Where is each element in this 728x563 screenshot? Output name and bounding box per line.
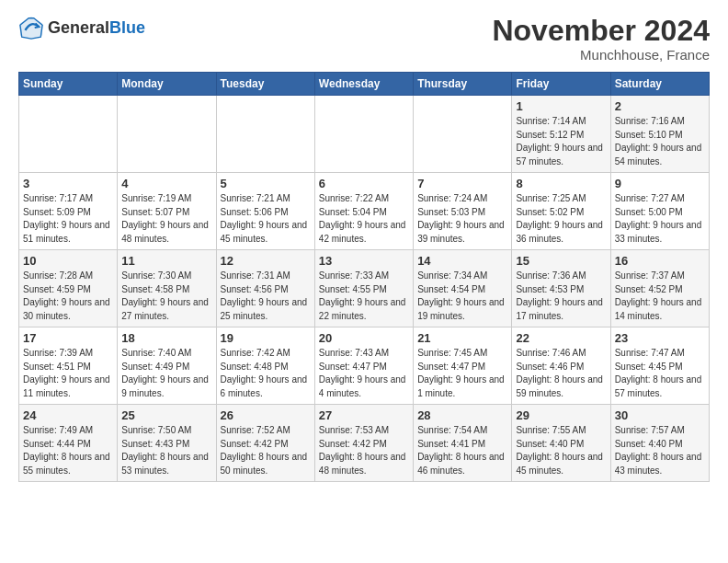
day-number: 26 (221, 408, 311, 422)
day-info: Sunrise: 7:54 AM Sunset: 4:41 PM Dayligh… (417, 424, 507, 477)
header-thursday: Thursday (414, 73, 512, 96)
cell-1-0: 3Sunrise: 7:17 AM Sunset: 5:09 PM Daylig… (19, 173, 118, 250)
day-number: 1 (516, 99, 606, 113)
cell-2-4: 14Sunrise: 7:34 AM Sunset: 4:54 PM Dayli… (414, 250, 512, 327)
day-info: Sunrise: 7:25 AM Sunset: 5:02 PM Dayligh… (516, 192, 606, 246)
day-number: 20 (319, 331, 409, 345)
day-info: Sunrise: 7:55 AM Sunset: 4:40 PM Dayligh… (516, 424, 606, 477)
title-area: November 2024 Munchhouse, France (492, 15, 710, 63)
day-number: 3 (23, 177, 113, 190)
week-row-3: 17Sunrise: 7:39 AM Sunset: 4:51 PM Dayli… (19, 327, 710, 405)
cell-4-2: 26Sunrise: 7:52 AM Sunset: 4:42 PM Dayli… (216, 405, 314, 482)
cell-1-4: 7Sunrise: 7:24 AM Sunset: 5:03 PM Daylig… (414, 173, 512, 250)
cell-0-4 (414, 96, 512, 173)
cell-3-0: 17Sunrise: 7:39 AM Sunset: 4:51 PM Dayli… (19, 327, 118, 405)
cell-2-5: 15Sunrise: 7:36 AM Sunset: 4:53 PM Dayli… (512, 250, 610, 327)
day-info: Sunrise: 7:30 AM Sunset: 4:58 PM Dayligh… (121, 270, 211, 323)
cell-2-2: 12Sunrise: 7:31 AM Sunset: 4:56 PM Dayli… (216, 250, 314, 327)
day-info: Sunrise: 7:19 AM Sunset: 5:07 PM Dayligh… (121, 192, 211, 246)
main-title: November 2024 (492, 15, 710, 47)
cell-3-2: 19Sunrise: 7:42 AM Sunset: 4:48 PM Dayli… (216, 327, 314, 405)
day-number: 30 (615, 408, 705, 422)
day-number: 5 (221, 177, 311, 190)
logo-text: General Blue (48, 19, 145, 36)
cell-1-5: 8Sunrise: 7:25 AM Sunset: 5:02 PM Daylig… (512, 173, 610, 250)
week-row-4: 24Sunrise: 7:49 AM Sunset: 4:44 PM Dayli… (19, 405, 710, 482)
day-number: 19 (221, 331, 311, 345)
cell-0-6: 2Sunrise: 7:16 AM Sunset: 5:10 PM Daylig… (610, 96, 709, 173)
cell-0-2 (216, 96, 314, 173)
cell-3-6: 23Sunrise: 7:47 AM Sunset: 4:45 PM Dayli… (610, 327, 709, 405)
day-number: 27 (319, 408, 409, 422)
day-number: 23 (615, 331, 705, 345)
cell-3-3: 20Sunrise: 7:43 AM Sunset: 4:47 PM Dayli… (314, 327, 413, 405)
day-info: Sunrise: 7:49 AM Sunset: 4:44 PM Dayligh… (23, 424, 113, 477)
day-number: 25 (121, 408, 211, 422)
cell-0-3 (314, 96, 413, 173)
cell-0-1 (118, 96, 216, 173)
calendar-table: Sunday Monday Tuesday Wednesday Thursday… (18, 72, 710, 482)
day-number: 15 (516, 254, 606, 268)
week-row-0: 1Sunrise: 7:14 AM Sunset: 5:12 PM Daylig… (19, 96, 710, 173)
day-number: 12 (221, 254, 311, 268)
header-tuesday: Tuesday (216, 73, 314, 96)
day-number: 16 (615, 254, 705, 268)
logo-blue: Blue (109, 19, 145, 36)
day-number: 17 (23, 331, 113, 345)
day-number: 24 (23, 408, 113, 422)
day-number: 29 (516, 408, 606, 422)
day-info: Sunrise: 7:17 AM Sunset: 5:09 PM Dayligh… (23, 192, 113, 246)
day-info: Sunrise: 7:42 AM Sunset: 4:48 PM Dayligh… (221, 347, 311, 400)
day-info: Sunrise: 7:46 AM Sunset: 4:46 PM Dayligh… (516, 347, 606, 400)
day-number: 8 (516, 177, 606, 190)
day-number: 14 (417, 254, 507, 268)
cell-4-0: 24Sunrise: 7:49 AM Sunset: 4:44 PM Dayli… (19, 405, 118, 482)
page: General Blue November 2024 Munchhouse, F… (0, 0, 728, 491)
day-info: Sunrise: 7:28 AM Sunset: 4:59 PM Dayligh… (23, 270, 113, 323)
logo-general: General (48, 19, 109, 36)
day-number: 28 (417, 408, 507, 422)
cell-1-3: 6Sunrise: 7:22 AM Sunset: 5:04 PM Daylig… (314, 173, 413, 250)
day-info: Sunrise: 7:36 AM Sunset: 4:53 PM Dayligh… (516, 270, 606, 323)
cell-0-0 (19, 96, 118, 173)
cell-3-1: 18Sunrise: 7:40 AM Sunset: 4:49 PM Dayli… (118, 327, 216, 405)
logo: General Blue (18, 15, 145, 40)
day-number: 4 (121, 177, 211, 190)
day-number: 2 (615, 99, 705, 113)
cell-2-3: 13Sunrise: 7:33 AM Sunset: 4:55 PM Dayli… (314, 250, 413, 327)
cell-2-1: 11Sunrise: 7:30 AM Sunset: 4:58 PM Dayli… (118, 250, 216, 327)
day-info: Sunrise: 7:24 AM Sunset: 5:03 PM Dayligh… (417, 192, 507, 246)
day-number: 7 (417, 177, 507, 190)
day-number: 22 (516, 331, 606, 345)
header-friday: Friday (512, 73, 610, 96)
day-info: Sunrise: 7:50 AM Sunset: 4:43 PM Dayligh… (121, 424, 211, 477)
logo-icon (18, 15, 44, 40)
header-row: Sunday Monday Tuesday Wednesday Thursday… (19, 73, 710, 96)
day-number: 10 (23, 254, 113, 268)
day-info: Sunrise: 7:52 AM Sunset: 4:42 PM Dayligh… (221, 424, 311, 477)
day-info: Sunrise: 7:53 AM Sunset: 4:42 PM Dayligh… (319, 424, 409, 477)
cell-4-5: 29Sunrise: 7:55 AM Sunset: 4:40 PM Dayli… (512, 405, 610, 482)
day-info: Sunrise: 7:39 AM Sunset: 4:51 PM Dayligh… (23, 347, 113, 400)
cell-2-0: 10Sunrise: 7:28 AM Sunset: 4:59 PM Dayli… (19, 250, 118, 327)
day-number: 9 (615, 177, 705, 190)
day-info: Sunrise: 7:14 AM Sunset: 5:12 PM Dayligh… (516, 115, 606, 168)
cell-4-1: 25Sunrise: 7:50 AM Sunset: 4:43 PM Dayli… (118, 405, 216, 482)
day-info: Sunrise: 7:27 AM Sunset: 5:00 PM Dayligh… (615, 192, 705, 246)
day-number: 11 (121, 254, 211, 268)
cell-1-1: 4Sunrise: 7:19 AM Sunset: 5:07 PM Daylig… (118, 173, 216, 250)
cell-0-5: 1Sunrise: 7:14 AM Sunset: 5:12 PM Daylig… (512, 96, 610, 173)
cell-1-2: 5Sunrise: 7:21 AM Sunset: 5:06 PM Daylig… (216, 173, 314, 250)
day-number: 21 (417, 331, 507, 345)
day-info: Sunrise: 7:45 AM Sunset: 4:47 PM Dayligh… (417, 347, 507, 400)
subtitle: Munchhouse, France (492, 47, 710, 63)
cell-4-6: 30Sunrise: 7:57 AM Sunset: 4:40 PM Dayli… (610, 405, 709, 482)
day-info: Sunrise: 7:40 AM Sunset: 4:49 PM Dayligh… (121, 347, 211, 400)
cell-4-4: 28Sunrise: 7:54 AM Sunset: 4:41 PM Dayli… (414, 405, 512, 482)
header-sunday: Sunday (19, 73, 118, 96)
svg-marker-0 (20, 17, 42, 39)
cell-3-5: 22Sunrise: 7:46 AM Sunset: 4:46 PM Dayli… (512, 327, 610, 405)
day-info: Sunrise: 7:33 AM Sunset: 4:55 PM Dayligh… (319, 270, 409, 323)
week-row-1: 3Sunrise: 7:17 AM Sunset: 5:09 PM Daylig… (19, 173, 710, 250)
header-saturday: Saturday (610, 73, 709, 96)
